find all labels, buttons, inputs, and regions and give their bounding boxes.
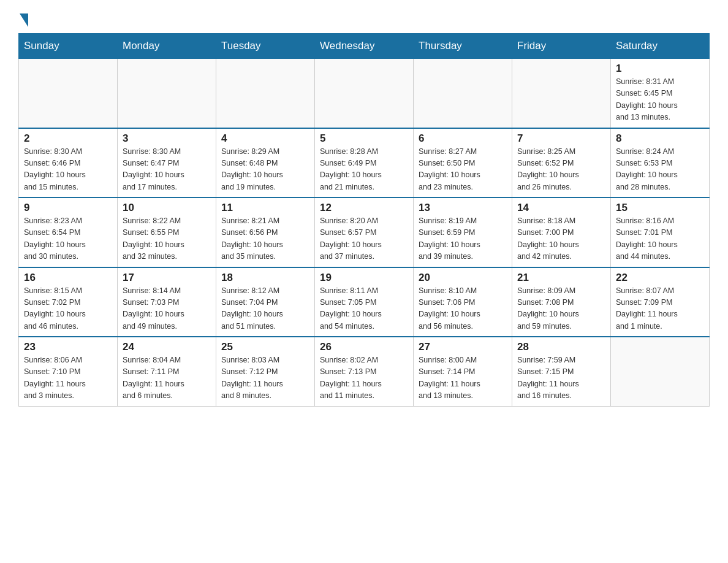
calendar-cell: 5Sunrise: 8:28 AMSunset: 6:49 PMDaylight… bbox=[315, 128, 414, 198]
calendar-cell: 19Sunrise: 8:11 AMSunset: 7:05 PMDayligh… bbox=[315, 267, 414, 337]
calendar-cell: 23Sunrise: 8:06 AMSunset: 7:10 PMDayligh… bbox=[19, 337, 118, 406]
day-number: 3 bbox=[123, 132, 211, 145]
weekday-header-sunday: Sunday bbox=[19, 34, 118, 59]
weekday-header-row: SundayMondayTuesdayWednesdayThursdayFrid… bbox=[19, 34, 710, 59]
calendar-cell: 27Sunrise: 8:00 AMSunset: 7:14 PMDayligh… bbox=[414, 337, 512, 406]
day-number: 15 bbox=[616, 202, 704, 214]
day-info: Sunrise: 8:27 AMSunset: 6:50 PMDaylight:… bbox=[419, 146, 507, 194]
day-number: 25 bbox=[221, 341, 309, 353]
logo bbox=[18, 12, 28, 27]
day-number: 17 bbox=[123, 272, 211, 284]
calendar-cell bbox=[414, 59, 512, 128]
calendar-cell: 4Sunrise: 8:29 AMSunset: 6:48 PMDaylight… bbox=[216, 128, 315, 198]
day-number: 14 bbox=[517, 202, 605, 214]
calendar-cell: 7Sunrise: 8:25 AMSunset: 6:52 PMDaylight… bbox=[512, 128, 611, 198]
calendar-cell: 24Sunrise: 8:04 AMSunset: 7:11 PMDayligh… bbox=[118, 337, 216, 406]
calendar-week-row: 16Sunrise: 8:15 AMSunset: 7:02 PMDayligh… bbox=[19, 267, 710, 337]
calendar-cell: 26Sunrise: 8:02 AMSunset: 7:13 PMDayligh… bbox=[315, 337, 414, 406]
day-info: Sunrise: 8:04 AMSunset: 7:11 PMDaylight:… bbox=[123, 354, 211, 402]
day-info: Sunrise: 8:03 AMSunset: 7:12 PMDaylight:… bbox=[221, 354, 309, 402]
calendar-cell bbox=[512, 59, 611, 128]
calendar-cell bbox=[216, 59, 315, 128]
day-number: 20 bbox=[419, 272, 507, 284]
day-info: Sunrise: 8:02 AMSunset: 7:13 PMDaylight:… bbox=[320, 354, 408, 402]
day-info: Sunrise: 8:23 AMSunset: 6:54 PMDaylight:… bbox=[24, 215, 112, 263]
day-info: Sunrise: 8:06 AMSunset: 7:10 PMDaylight:… bbox=[24, 354, 112, 402]
weekday-header-saturday: Saturday bbox=[611, 34, 710, 59]
day-info: Sunrise: 8:20 AMSunset: 6:57 PMDaylight:… bbox=[320, 215, 408, 263]
day-number: 12 bbox=[320, 202, 408, 214]
calendar-week-row: 23Sunrise: 8:06 AMSunset: 7:10 PMDayligh… bbox=[19, 337, 710, 406]
day-info: Sunrise: 8:11 AMSunset: 7:05 PMDaylight:… bbox=[320, 285, 408, 333]
day-number: 2 bbox=[24, 132, 112, 145]
day-info: Sunrise: 7:59 AMSunset: 7:15 PMDaylight:… bbox=[517, 354, 605, 402]
day-number: 6 bbox=[419, 132, 507, 145]
day-number: 23 bbox=[24, 341, 112, 353]
calendar-table: SundayMondayTuesdayWednesdayThursdayFrid… bbox=[18, 33, 710, 407]
weekday-header-friday: Friday bbox=[512, 34, 611, 59]
day-info: Sunrise: 8:31 AMSunset: 6:45 PMDaylight:… bbox=[616, 76, 704, 124]
logo-triangle-icon bbox=[20, 13, 28, 27]
calendar-cell: 16Sunrise: 8:15 AMSunset: 7:02 PMDayligh… bbox=[19, 267, 118, 337]
day-number: 8 bbox=[616, 132, 704, 145]
calendar-cell: 20Sunrise: 8:10 AMSunset: 7:06 PMDayligh… bbox=[414, 267, 512, 337]
day-number: 11 bbox=[221, 202, 309, 214]
calendar-cell: 8Sunrise: 8:24 AMSunset: 6:53 PMDaylight… bbox=[611, 128, 710, 198]
calendar-week-row: 2Sunrise: 8:30 AMSunset: 6:46 PMDaylight… bbox=[19, 128, 710, 198]
day-number: 4 bbox=[221, 132, 309, 145]
calendar-cell: 9Sunrise: 8:23 AMSunset: 6:54 PMDaylight… bbox=[19, 197, 118, 267]
day-info: Sunrise: 8:14 AMSunset: 7:03 PMDaylight:… bbox=[123, 285, 211, 333]
calendar-cell: 3Sunrise: 8:30 AMSunset: 6:47 PMDaylight… bbox=[118, 128, 216, 198]
day-number: 19 bbox=[320, 272, 408, 284]
calendar-cell: 25Sunrise: 8:03 AMSunset: 7:12 PMDayligh… bbox=[216, 337, 315, 406]
day-number: 24 bbox=[123, 341, 211, 353]
calendar-cell: 22Sunrise: 8:07 AMSunset: 7:09 PMDayligh… bbox=[611, 267, 710, 337]
day-number: 1 bbox=[616, 63, 704, 75]
day-number: 27 bbox=[419, 341, 507, 353]
day-info: Sunrise: 8:16 AMSunset: 7:01 PMDaylight:… bbox=[616, 215, 704, 263]
calendar-cell: 10Sunrise: 8:22 AMSunset: 6:55 PMDayligh… bbox=[118, 197, 216, 267]
calendar-week-row: 1Sunrise: 8:31 AMSunset: 6:45 PMDaylight… bbox=[19, 59, 710, 128]
day-number: 26 bbox=[320, 341, 408, 353]
day-info: Sunrise: 8:30 AMSunset: 6:46 PMDaylight:… bbox=[24, 146, 112, 194]
day-info: Sunrise: 8:07 AMSunset: 7:09 PMDaylight:… bbox=[616, 285, 704, 333]
calendar-week-row: 9Sunrise: 8:23 AMSunset: 6:54 PMDaylight… bbox=[19, 197, 710, 267]
calendar-cell bbox=[315, 59, 414, 128]
day-info: Sunrise: 8:19 AMSunset: 6:59 PMDaylight:… bbox=[419, 215, 507, 263]
calendar-cell: 11Sunrise: 8:21 AMSunset: 6:56 PMDayligh… bbox=[216, 197, 315, 267]
day-info: Sunrise: 8:24 AMSunset: 6:53 PMDaylight:… bbox=[616, 146, 704, 194]
day-info: Sunrise: 8:00 AMSunset: 7:14 PMDaylight:… bbox=[419, 354, 507, 402]
calendar-cell: 12Sunrise: 8:20 AMSunset: 6:57 PMDayligh… bbox=[315, 197, 414, 267]
day-number: 22 bbox=[616, 272, 704, 284]
day-number: 13 bbox=[419, 202, 507, 214]
calendar-cell: 13Sunrise: 8:19 AMSunset: 6:59 PMDayligh… bbox=[414, 197, 512, 267]
day-number: 10 bbox=[123, 202, 211, 214]
day-number: 9 bbox=[24, 202, 112, 214]
calendar-cell bbox=[19, 59, 118, 128]
day-info: Sunrise: 8:15 AMSunset: 7:02 PMDaylight:… bbox=[24, 285, 112, 333]
calendar-cell: 2Sunrise: 8:30 AMSunset: 6:46 PMDaylight… bbox=[19, 128, 118, 198]
day-number: 21 bbox=[517, 272, 605, 284]
weekday-header-monday: Monday bbox=[118, 34, 216, 59]
day-info: Sunrise: 8:25 AMSunset: 6:52 PMDaylight:… bbox=[517, 146, 605, 194]
calendar-cell: 17Sunrise: 8:14 AMSunset: 7:03 PMDayligh… bbox=[118, 267, 216, 337]
day-info: Sunrise: 8:30 AMSunset: 6:47 PMDaylight:… bbox=[123, 146, 211, 194]
day-info: Sunrise: 8:10 AMSunset: 7:06 PMDaylight:… bbox=[419, 285, 507, 333]
calendar-cell: 1Sunrise: 8:31 AMSunset: 6:45 PMDaylight… bbox=[611, 59, 710, 128]
weekday-header-thursday: Thursday bbox=[414, 34, 512, 59]
weekday-header-tuesday: Tuesday bbox=[216, 34, 315, 59]
day-info: Sunrise: 8:12 AMSunset: 7:04 PMDaylight:… bbox=[221, 285, 309, 333]
calendar-cell: 18Sunrise: 8:12 AMSunset: 7:04 PMDayligh… bbox=[216, 267, 315, 337]
weekday-header-wednesday: Wednesday bbox=[315, 34, 414, 59]
day-number: 16 bbox=[24, 272, 112, 284]
calendar-cell: 6Sunrise: 8:27 AMSunset: 6:50 PMDaylight… bbox=[414, 128, 512, 198]
page-header bbox=[18, 12, 710, 27]
calendar-cell: 28Sunrise: 7:59 AMSunset: 7:15 PMDayligh… bbox=[512, 337, 611, 406]
calendar-cell bbox=[118, 59, 216, 128]
calendar-cell: 14Sunrise: 8:18 AMSunset: 7:00 PMDayligh… bbox=[512, 197, 611, 267]
day-number: 28 bbox=[517, 341, 605, 353]
day-info: Sunrise: 8:22 AMSunset: 6:55 PMDaylight:… bbox=[123, 215, 211, 263]
day-info: Sunrise: 8:21 AMSunset: 6:56 PMDaylight:… bbox=[221, 215, 309, 263]
calendar-cell bbox=[611, 337, 710, 406]
day-info: Sunrise: 8:09 AMSunset: 7:08 PMDaylight:… bbox=[517, 285, 605, 333]
